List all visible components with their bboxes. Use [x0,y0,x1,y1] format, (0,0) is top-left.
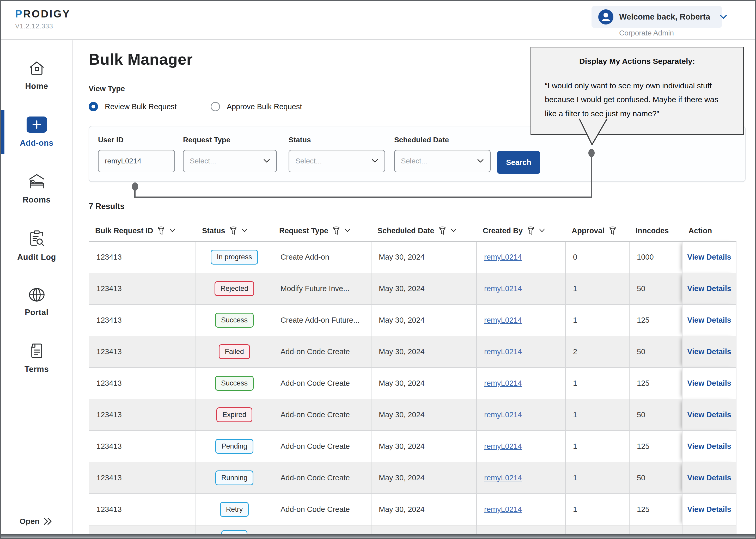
cell-status: Pending [196,430,273,462]
globe-icon [28,287,45,302]
cell-created-by: remyL0214 [477,462,566,494]
cell-action: View Details [682,336,736,367]
cell-scheduled-date: May 30, 2024 [371,273,477,304]
user-id-label: User ID [98,136,175,144]
column-label: Inncodes [636,226,669,235]
cell-request-type: Add-on Code Create [273,462,371,494]
created-by-link[interactable]: remyL0214 [484,379,522,387]
sidebar-item-rooms[interactable]: Rooms [1,170,72,208]
sidebar-item-label: Add-ons [20,138,53,148]
cell-status: Success [196,367,273,399]
table-row: 123413RunningAdd-on Code CreateMay 30, 2… [89,462,736,494]
cell-bulk-request-id: 123413 [89,430,196,462]
table-row: 123413SuccessCreate Add-on Future...May … [89,304,736,336]
cell-scheduled-date: May 30, 2024 [371,304,477,336]
cell-created-by: remyL0214 [477,367,566,399]
table-row: 123413FailedAdd-on Code CreateMay 30, 20… [89,336,736,367]
chevron-down-icon[interactable] [719,14,727,20]
view-details-link[interactable]: View Details [687,347,731,356]
filter-icon[interactable] [527,226,535,235]
cell-inncodes: 125 [629,304,682,336]
cell-bulk-request-id: 123413 [89,241,196,273]
status-badge: Success [215,376,254,391]
created-by-link[interactable]: remyL0214 [484,284,522,293]
sidebar-item-home[interactable]: Home [1,56,72,95]
radio-button[interactable] [211,102,220,111]
user-id-input[interactable] [105,157,168,165]
sidebar-item-portal[interactable]: Portal [1,284,72,321]
scheduled-date-placeholder: Select... [401,157,427,165]
view-details-link[interactable]: View Details [687,253,731,261]
scheduled-date-select[interactable]: Select... [394,150,491,172]
chevron-down-icon[interactable] [241,229,248,233]
user-menu[interactable]: Welcome back, Roberta [591,6,722,28]
chevron-down-icon[interactable] [169,229,176,233]
radio-approve-bulk-request[interactable]: Approve Bulk Request [211,102,302,111]
radio-review-bulk-request[interactable]: Review Bulk Request [89,102,177,111]
created-by-link[interactable]: remyL0214 [484,442,522,450]
cell-created-by: remyL0214 [477,304,566,336]
sidebar-expand-label: Open [20,517,39,526]
view-details-link[interactable]: View Details [687,284,731,293]
cell-bulk-request-id: 123413 [89,304,196,336]
cell-inncodes: 50 [629,399,682,430]
filter-icon[interactable] [438,226,446,235]
cell-action: View Details [682,241,736,273]
cell-scheduled-date: May 30, 2024 [371,462,477,494]
cell-status: In progress [196,241,273,273]
sidebar-item-terms[interactable]: Terms [1,339,72,378]
view-details-link[interactable]: View Details [687,442,731,450]
column-label: Request Type [279,226,328,235]
logo-letter-p: P [15,8,23,20]
clipboard-search-icon [29,230,45,247]
chevron-down-icon[interactable] [344,229,351,233]
view-details-link[interactable]: View Details [687,505,731,513]
filter-icon[interactable] [609,226,617,235]
cell-inncodes: 50 [629,273,682,304]
status-select[interactable]: Select... [289,150,385,172]
cell-request-type: Add-on Code Create [273,367,371,399]
cell-action: View Details [682,304,736,336]
view-details-link[interactable]: View Details [687,316,731,324]
created-by-link[interactable]: remyL0214 [484,316,522,324]
view-details-link[interactable]: View Details [687,474,731,482]
created-by-link[interactable]: remyL0214 [484,347,522,356]
cell-scheduled-date: May 30, 2024 [371,494,477,525]
cell-approval: 1 [566,430,629,462]
filter-icon[interactable] [157,226,165,235]
created-by-link[interactable]: remyL0214 [484,474,522,482]
column-header-scheduled-date: Scheduled Date [371,220,477,241]
cell-approval: 1 [566,399,629,430]
radio-button[interactable] [89,102,98,111]
column-label: Status [202,226,225,235]
status-badge: In progress [211,250,258,265]
sidebar-item-add-ons[interactable]: Add-ons [1,113,72,151]
cell-scheduled-date: May 30, 2024 [371,399,477,430]
status-badge: Rejected [214,281,255,296]
cell-request-type: Add-on Code Create [273,494,371,525]
search-button[interactable]: Search [497,151,540,174]
created-by-link[interactable]: remyL0214 [484,411,522,419]
sidebar-item-audit-log[interactable]: Audit Log [1,226,72,266]
cell-bulk-request-id: 123413 [89,336,196,367]
chevron-down-icon[interactable] [539,229,545,233]
request-type-select[interactable]: Select... [183,150,277,172]
filter-icon[interactable] [333,226,340,235]
cell-approval: 1 [566,273,629,304]
view-details-link[interactable]: View Details [687,411,731,419]
cell-approval: 0 [566,241,629,273]
radio-label: Approve Bulk Request [227,103,302,111]
status-badge: Expired [216,407,252,422]
chevron-down-icon[interactable] [450,229,457,233]
sidebar-expand-button[interactable]: Open [20,517,53,526]
cell-inncodes: 50 [629,462,682,494]
status-badge: Failed [219,344,250,359]
view-details-link[interactable]: View Details [687,379,731,387]
filter-icon[interactable] [229,226,237,235]
column-label: Scheduled Date [377,226,434,235]
radio-label: Review Bulk Request [105,103,177,111]
created-by-link[interactable]: remyL0214 [484,253,522,261]
table-row: 123413RetryAdd-on Code CreateMay 30, 202… [89,494,736,525]
table-row: 123413In progressCreate Add-onMay 30, 20… [89,241,736,273]
created-by-link[interactable]: remyL0214 [484,505,522,513]
